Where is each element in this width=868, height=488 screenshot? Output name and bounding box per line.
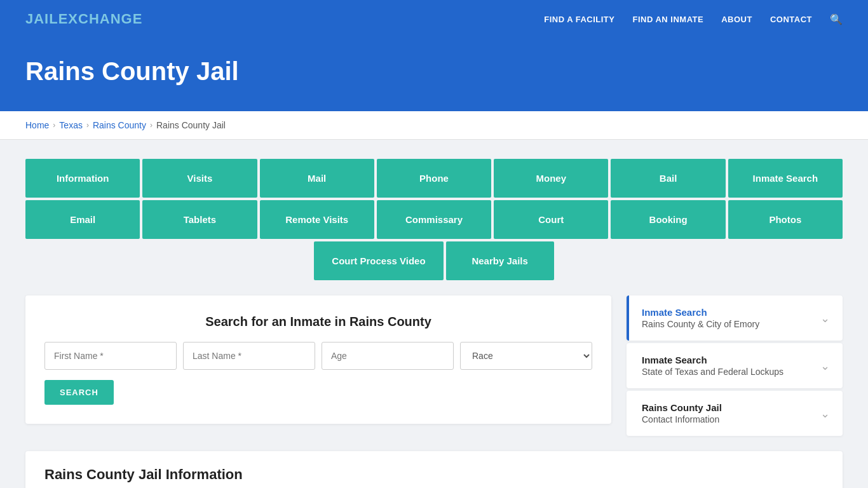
btn-nearby-jails[interactable]: Nearby Jails bbox=[446, 241, 554, 280]
search-form-box: Search for an Inmate in Rains County Rac… bbox=[25, 295, 611, 424]
btn-money[interactable]: Money bbox=[494, 159, 608, 198]
button-grid-row3: Court Process Video Nearby Jails bbox=[25, 241, 843, 280]
breadcrumb-sep-2: › bbox=[86, 121, 89, 130]
sidebar-item-inmate-search-county[interactable]: Inmate Search Rains County & City of Emo… bbox=[627, 295, 843, 341]
nav-find-inmate[interactable]: FIND AN INMATE bbox=[632, 15, 703, 24]
sidebar-item-text-2: Inmate Search State of Texas and Federal… bbox=[642, 355, 814, 377]
breadcrumb-sep-3: › bbox=[150, 121, 153, 130]
sidebar-item-contact-info[interactable]: Rains County Jail Contact Information ⌄ bbox=[627, 391, 843, 436]
main-area: Information Visits Mail Phone Money Bail… bbox=[0, 140, 868, 488]
btn-booking[interactable]: Booking bbox=[611, 200, 725, 239]
page-title: Rains County Jail bbox=[25, 57, 843, 86]
nav-find-facility[interactable]: FIND A FACILITY bbox=[544, 15, 614, 24]
age-input[interactable] bbox=[322, 342, 454, 370]
sidebar-item-inmate-search-state[interactable]: Inmate Search State of Texas and Federal… bbox=[627, 343, 843, 388]
nav-about[interactable]: ABOUT bbox=[721, 15, 752, 24]
logo-exchange: EXCHANGE bbox=[58, 11, 143, 27]
search-button[interactable]: SEARCH bbox=[44, 380, 114, 405]
btn-court-process-video[interactable]: Court Process Video bbox=[314, 241, 443, 280]
btn-email[interactable]: Email bbox=[25, 200, 140, 239]
sidebar-item-text-1: Inmate Search Rains County & City of Emo… bbox=[642, 307, 814, 329]
jail-info-title: Rains County Jail Information bbox=[44, 466, 824, 483]
btn-bail[interactable]: Bail bbox=[611, 159, 725, 198]
site-header: JAILEXCHANGE FIND A FACILITY FIND AN INM… bbox=[0, 0, 868, 38]
sidebar-item-subtitle-1: Rains County & City of Emory bbox=[642, 319, 814, 329]
chevron-down-icon-3: ⌄ bbox=[820, 407, 830, 421]
sidebar-item-subtitle-2: State of Texas and Federal Lockups bbox=[642, 367, 814, 377]
btn-phone[interactable]: Phone bbox=[377, 159, 491, 198]
btn-mail[interactable]: Mail bbox=[260, 159, 374, 198]
logo-part1: JAIL bbox=[25, 11, 58, 27]
search-form-row1: Race White Black Hispanic Asian Other bbox=[44, 342, 592, 370]
breadcrumb-home[interactable]: Home bbox=[25, 120, 49, 130]
btn-remote-visits[interactable]: Remote Visits bbox=[260, 200, 374, 239]
breadcrumb: Home › Texas › Rains County › Rains Coun… bbox=[25, 120, 843, 130]
search-icon[interactable]: 🔍 bbox=[830, 13, 843, 25]
sidebar-item-text-3: Rains County Jail Contact Information bbox=[642, 402, 814, 424]
breadcrumb-rains-county[interactable]: Rains County bbox=[93, 120, 146, 130]
breadcrumb-current: Rains County Jail bbox=[156, 120, 226, 130]
jail-info-section: Rains County Jail Information bbox=[25, 451, 843, 488]
breadcrumb-sep-1: › bbox=[53, 121, 55, 130]
search-form-title: Search for an Inmate in Rains County bbox=[44, 315, 592, 329]
first-name-input[interactable] bbox=[44, 342, 177, 370]
sidebar-item-title-2: Inmate Search bbox=[642, 355, 814, 365]
btn-inmate-search[interactable]: Inmate Search bbox=[728, 159, 843, 198]
button-grid-row2: Email Tablets Remote Visits Commissary C… bbox=[25, 200, 843, 239]
breadcrumb-texas[interactable]: Texas bbox=[59, 120, 83, 130]
btn-information[interactable]: Information bbox=[25, 159, 140, 198]
race-select[interactable]: Race White Black Hispanic Asian Other bbox=[460, 342, 592, 370]
nav-contact[interactable]: CONTACT bbox=[770, 15, 812, 24]
btn-court[interactable]: Court bbox=[494, 200, 608, 239]
sidebar-item-subtitle-3: Contact Information bbox=[642, 414, 814, 424]
btn-visits[interactable]: Visits bbox=[142, 159, 257, 198]
chevron-down-icon-2: ⌄ bbox=[820, 359, 830, 373]
sidebar-item-title-3: Rains County Jail bbox=[642, 402, 814, 413]
chevron-down-icon-1: ⌄ bbox=[820, 311, 830, 325]
button-grid-row1: Information Visits Mail Phone Money Bail… bbox=[25, 159, 843, 198]
btn-tablets[interactable]: Tablets bbox=[142, 200, 257, 239]
sidebar-item-title-1: Inmate Search bbox=[642, 307, 814, 318]
sidebar: Inmate Search Rains County & City of Emo… bbox=[627, 295, 843, 438]
main-nav: FIND A FACILITY FIND AN INMATE ABOUT CON… bbox=[544, 13, 843, 25]
lower-section: Search for an Inmate in Rains County Rac… bbox=[25, 295, 843, 438]
btn-photos[interactable]: Photos bbox=[728, 200, 843, 239]
breadcrumb-bar: Home › Texas › Rains County › Rains Coun… bbox=[0, 111, 868, 140]
last-name-input[interactable] bbox=[183, 342, 315, 370]
site-logo[interactable]: JAILEXCHANGE bbox=[25, 11, 142, 27]
hero-section: Rains County Jail bbox=[0, 38, 868, 111]
btn-commissary[interactable]: Commissary bbox=[377, 200, 491, 239]
